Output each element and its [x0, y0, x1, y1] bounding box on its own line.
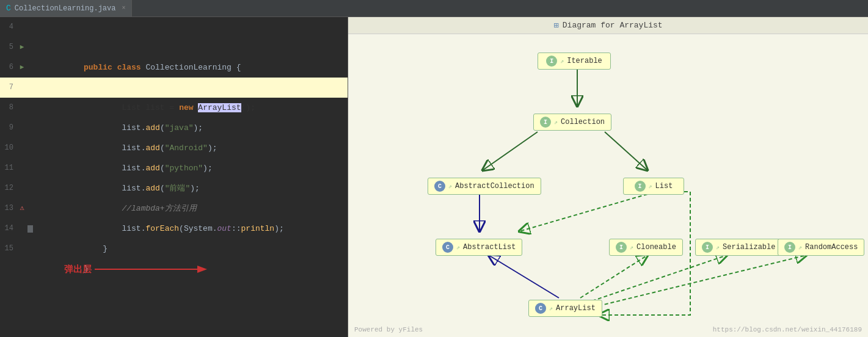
node-collection[interactable]: I ⇗ Collection — [533, 114, 611, 131]
gutter-15: 15 — [0, 239, 34, 259]
code-line-7: 7 List list = new ArrayList(); — [0, 78, 348, 98]
node-cloneable[interactable]: I ⇗ Cloneable — [609, 239, 683, 256]
node-iterable-label: Iterable — [567, 57, 602, 65]
code-line-5: 5 ▶ public class CollectionLearning { — [0, 37, 348, 57]
node-ser-badge: I — [702, 242, 713, 253]
node-ac-badge: C — [434, 181, 445, 192]
node-collection-link: ⇗ — [554, 118, 558, 126]
gutter-9: 9 — [0, 118, 34, 138]
diagram-header: ⊞ Diagram for ArrayList — [348, 17, 868, 34]
tab-bar: C CollectionLearning.java × — [0, 0, 868, 17]
line-content-9: list.add("Android"); — [34, 118, 348, 138]
node-arrlist-link: ⇗ — [549, 305, 553, 312]
line-number-8: 8 — [0, 98, 17, 118]
svg-line-7 — [605, 132, 647, 170]
diagram-title: Diagram for ArrayList — [563, 21, 663, 30]
file-tab[interactable]: C CollectionLearning.java × — [0, 0, 132, 16]
node-list[interactable]: I ⇗ List — [623, 178, 684, 195]
java-file-icon: C — [6, 4, 11, 13]
line-number-9: 9 — [0, 118, 17, 138]
node-list-link: ⇗ — [649, 183, 652, 190]
code-line-4: 4 — [0, 17, 348, 37]
gutter-7: 7 — [0, 78, 34, 98]
line-number-7: 7 — [0, 78, 17, 98]
diagram-svg — [348, 34, 868, 337]
code-line-11: 11 list.add("前端"); — [0, 158, 348, 178]
svg-line-12 — [586, 255, 727, 303]
line-content-14: } — [34, 219, 348, 239]
run-btn-13: ⚠ — [17, 198, 27, 219]
gutter-4: 4 — [0, 17, 34, 37]
svg-line-11 — [580, 255, 647, 298]
diagram-panel: ⊞ Diagram for ArrayList — [348, 17, 868, 337]
code-line-6: 6 ▶ public static void main(String[] arg… — [0, 57, 348, 78]
gutter-8: 8 — [0, 98, 34, 118]
node-cl-link: ⇗ — [630, 244, 633, 251]
code-line-8: 8 list.add("java"); — [0, 98, 348, 118]
code-line-14: 14 } — [0, 219, 348, 239]
node-ser-link: ⇗ — [716, 244, 720, 251]
line-number-11: 11 — [0, 158, 17, 178]
line-number-13: 13 — [0, 198, 17, 219]
svg-line-9 — [519, 194, 647, 231]
svg-line-13 — [599, 255, 806, 306]
node-cl-badge: I — [616, 242, 627, 253]
node-arrlist-label: ArrayList — [556, 304, 596, 313]
line-content-12: //lambda+方法引用 — [34, 178, 348, 198]
node-serializable[interactable]: I ⇗ Serializable — [695, 239, 782, 256]
gutter-11: 11 — [0, 158, 34, 178]
node-abstract-collection[interactable]: C ⇗ AbstractCollection — [428, 178, 541, 195]
node-ra-label: RandomAccess — [805, 243, 858, 252]
line-number-15: 15 — [0, 239, 17, 259]
node-al-label: AbstractList — [463, 243, 516, 252]
main-content: 4 5 ▶ public class CollectionLearning { … — [0, 17, 868, 337]
code-editor: 4 5 ▶ public class CollectionLearning { … — [0, 17, 348, 337]
code-line-12: 12 //lambda+方法引用 — [0, 178, 348, 198]
node-arrlist-badge: C — [535, 303, 546, 314]
line-content-6: public static void main(String[] args) { — [34, 57, 348, 78]
line-content-7: List list = new ArrayList(); — [34, 78, 348, 98]
line-content-10: list.add("python"); — [34, 138, 348, 158]
line-content-4 — [34, 17, 348, 37]
gutter-6: 6 ▶ — [0, 57, 34, 78]
gutter-10: 10 — [0, 138, 34, 158]
node-arraylist[interactable]: C ⇗ ArrayList — [528, 300, 602, 317]
node-collection-label: Collection — [561, 118, 605, 126]
node-iterable-link: ⇗ — [560, 57, 564, 65]
gutter-12: 12 — [0, 178, 34, 198]
line-content-5: public class CollectionLearning { — [34, 37, 348, 57]
node-ac-link: ⇗ — [448, 183, 452, 190]
run-btn-6[interactable]: ▶ — [17, 57, 27, 78]
code-line-9: 9 list.add("Android"); — [0, 118, 348, 138]
node-iterable-badge: I — [546, 56, 557, 67]
line-content-15: } — [34, 239, 348, 259]
line-number-12: 12 — [0, 178, 17, 198]
node-collection-badge: I — [540, 117, 551, 128]
gutter-13: 13 ⚠ — [0, 198, 34, 219]
node-random-access[interactable]: I ⇗ RandomAccess — [778, 239, 864, 256]
code-line-13: 13 ⚠ list.forEach(System.out::println); — [0, 198, 348, 219]
tab-label: CollectionLearning.java — [15, 4, 116, 13]
powered-by: Powered by yFiles — [354, 326, 423, 333]
svg-line-6 — [483, 132, 538, 170]
tab-close-button[interactable]: × — [122, 5, 125, 12]
line-number-10: 10 — [0, 138, 17, 158]
node-list-badge: I — [635, 181, 646, 192]
node-list-label: List — [655, 182, 673, 190]
node-cl-label: Cloneable — [636, 243, 676, 252]
line-number-4: 4 — [0, 17, 17, 37]
node-abstract-list[interactable]: C ⇗ AbstractList — [436, 239, 522, 256]
watermark: https://blog.csdn.net/weixin_44176189 — [713, 326, 862, 333]
gutter-14: 14 — [0, 219, 34, 239]
node-ac-label: AbstractCollection — [455, 182, 534, 190]
line-number-6: 6 — [0, 57, 17, 78]
run-btn-5[interactable]: ▶ — [17, 37, 27, 57]
node-iterable[interactable]: I ⇗ Iterable — [538, 53, 611, 70]
diagram-header-icon: ⊞ — [553, 20, 558, 31]
node-ra-badge: I — [784, 242, 795, 253]
line-content-8: list.add("java"); — [34, 98, 348, 118]
code-line-15: 15 } — [0, 239, 348, 259]
node-al-badge: C — [442, 242, 453, 253]
line-number-5: 5 — [0, 37, 17, 57]
code-lines: 4 5 ▶ public class CollectionLearning { … — [0, 17, 348, 259]
